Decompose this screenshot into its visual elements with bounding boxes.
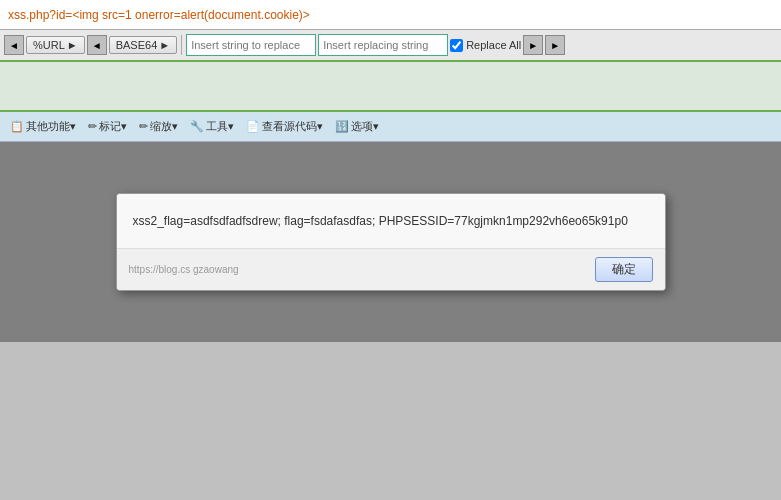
alert-dialog: xss2_flag=asdfsdfadfsdrew; flag=fsdafasd… <box>116 193 666 291</box>
options-label: 选项▾ <box>351 119 379 134</box>
view-source-label: 查看源代码▾ <box>262 119 323 134</box>
toolbar-right-arrow-btn[interactable]: ► <box>523 35 543 55</box>
base64-btn[interactable]: BASE64 ► <box>109 36 177 54</box>
minify-label: 缩放▾ <box>150 119 178 134</box>
percent-url-label: %URL <box>33 39 65 51</box>
percent-url-btn[interactable]: %URL ► <box>26 36 85 54</box>
other-functions-btn[interactable]: 📋 其他功能▾ <box>6 117 80 136</box>
confirm-button[interactable]: 确定 <box>595 257 653 282</box>
dialog-message: xss2_flag=asdfsdfadfsdrew; flag=fsdafasd… <box>133 214 628 228</box>
tools-label: 工具▾ <box>206 119 234 134</box>
percent-url-arrow-icon: ► <box>67 39 78 51</box>
back-arrow-btn[interactable]: ◄ <box>4 35 24 55</box>
options-icon: 🔢 <box>335 120 349 133</box>
replace-all-checkbox[interactable] <box>450 39 463 52</box>
watermark-text: https://blog.cs gzaowang <box>129 264 239 275</box>
minify-icon: ✏ <box>139 120 148 133</box>
markers-label: 标记▾ <box>99 119 127 134</box>
tools-icon: 🔧 <box>190 120 204 133</box>
other-functions-icon: 📋 <box>10 120 24 133</box>
base64-arrow-icon: ► <box>159 39 170 51</box>
main-toolbar: ◄ %URL ► ◄ BASE64 ► Replace All ► ► <box>0 30 781 62</box>
empty-area <box>0 62 781 112</box>
replace-all-label[interactable]: Replace All <box>450 39 521 52</box>
replace-all-text: Replace All <box>466 39 521 51</box>
markers-btn[interactable]: ✏ 标记▾ <box>84 117 131 136</box>
main-content: xss2_flag=asdfsdfadfsdrew; flag=fsdafasd… <box>0 142 781 342</box>
toolbar-divider-1 <box>181 35 182 55</box>
secondary-toolbar: 📋 其他功能▾ ✏ 标记▾ ✏ 缩放▾ 🔧 工具▾ 📄 查看源代码▾ 🔢 选项▾ <box>0 112 781 142</box>
dialog-overlay: xss2_flag=asdfsdfadfsdrew; flag=fsdafasd… <box>0 142 781 342</box>
base64-back-btn[interactable]: ◄ <box>87 35 107 55</box>
view-source-icon: 📄 <box>246 120 260 133</box>
toolbar-far-right-arrow-btn[interactable]: ► <box>545 35 565 55</box>
markers-icon: ✏ <box>88 120 97 133</box>
base64-label: BASE64 <box>116 39 158 51</box>
options-btn[interactable]: 🔢 选项▾ <box>331 117 383 136</box>
view-source-btn[interactable]: 📄 查看源代码▾ <box>242 117 327 136</box>
url-content: xss.php?id=<img src=1 onerror=alert(docu… <box>8 8 310 22</box>
other-functions-label: 其他功能▾ <box>26 119 76 134</box>
dialog-footer: https://blog.cs gzaowang 确定 <box>117 248 665 290</box>
url-bar: xss.php?id=<img src=1 onerror=alert(docu… <box>0 0 781 30</box>
minify-btn[interactable]: ✏ 缩放▾ <box>135 117 182 136</box>
dialog-content: xss2_flag=asdfsdfadfsdrew; flag=fsdafasd… <box>117 194 665 248</box>
insert-replacing-string-input[interactable] <box>318 34 448 56</box>
tools-btn[interactable]: 🔧 工具▾ <box>186 117 238 136</box>
insert-string-replace-input[interactable] <box>186 34 316 56</box>
